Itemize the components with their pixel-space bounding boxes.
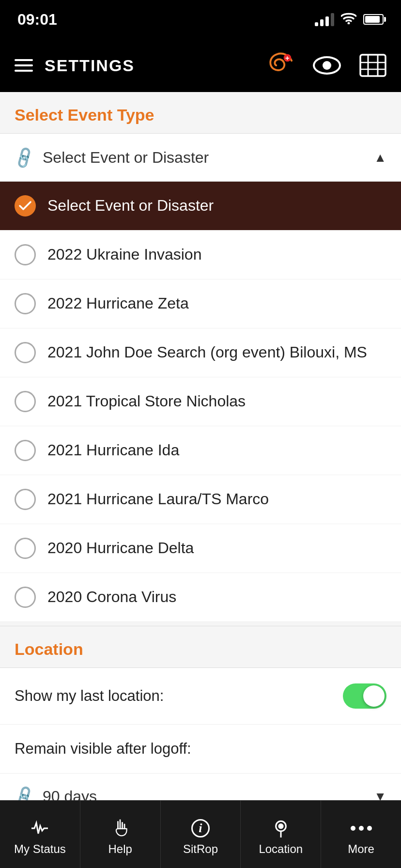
dropdown-item-nicholas[interactable]: 2021 Tropical Store Nicholas [0,377,401,426]
radio-johndoe [15,342,36,363]
nav-label-more: More [348,842,374,856]
show-last-location-row: Show my last location: [0,668,401,725]
eye-icon[interactable] [313,56,341,75]
header-icon-group: + [265,51,386,80]
event-type-section-header: Select Event Type [0,92,401,134]
battery-icon [363,14,384,25]
svg-rect-3 [360,55,386,76]
dropdown-arrow-up-icon: ▲ [374,150,386,165]
dropdown-item-corona[interactable]: 2020 Corona Virus [0,573,401,622]
nav-item-sitrop[interactable]: i SitRop [161,801,241,868]
nav-item-location[interactable]: Location [241,801,321,868]
dropdown-item-zeta[interactable]: 2022 Hurricane Zeta [0,279,401,328]
nav-item-more[interactable]: More [321,801,401,868]
dropdown-item-laura[interactable]: 2021 Hurricane Laura/TS Marco [0,475,401,524]
dropdown-item-delta[interactable]: 2020 Hurricane Delta [0,524,401,573]
radio-delta [15,538,36,559]
item-label-corona: 2020 Corona Virus [47,587,176,607]
item-label-zeta: 2022 Hurricane Zeta [47,294,189,314]
location-section: Location Show my last location: Remain v… [0,626,401,820]
checkmark-icon [15,195,36,217]
svg-text:+: + [285,54,290,62]
signal-icon [315,13,334,26]
radio-laura [15,489,36,510]
hurricane-icon[interactable]: + [265,51,294,80]
nav-label-my-status: My Status [14,842,66,856]
content-area: Select Event Type 🔗 Select Event or Disa… [0,92,401,868]
item-label-ida: 2021 Hurricane Ida [47,440,179,461]
header-title: SETTINGS [45,56,265,75]
location-title: Location [15,640,83,658]
remain-visible-row: Remain visible after logoff: [0,725,401,774]
svg-point-9 [278,824,283,828]
map-icon[interactable] [359,52,386,79]
nav-label-location: Location [259,842,303,856]
pulse-icon [31,818,49,838]
radio-corona [15,587,36,608]
event-dropdown-list: Select Event or Disaster 2022 Ukraine In… [0,182,401,622]
hand-icon [111,818,129,838]
show-last-location-toggle[interactable] [343,683,386,709]
dropdown-trigger-label: Select Event or Disaster [43,149,209,167]
radio-zeta [15,293,36,314]
dropdown-item-ukraine[interactable]: 2022 Ukraine Invasion [0,231,401,279]
item-label-johndoe: 2021 John Doe Search (org event) Bilouxi… [47,342,367,363]
event-dropdown-trigger[interactable]: 🔗 Select Event or Disaster ▲ [0,134,401,182]
item-label-ukraine: 2022 Ukraine Invasion [47,245,201,265]
wifi-icon [341,12,356,28]
location-section-header: Location [0,626,401,668]
status-time: 09:01 [17,11,57,29]
item-label-default: Select Event or Disaster [47,196,214,216]
nav-item-my-status[interactable]: My Status [0,801,80,868]
link-icon: 🔗 [11,145,37,170]
item-label-laura: 2021 Hurricane Laura/TS Marco [47,489,269,510]
svg-point-0 [348,22,350,24]
show-last-location-label: Show my last location: [15,687,164,705]
status-bar: 09:01 [0,0,401,39]
status-icons [315,12,384,28]
app-header: SETTINGS + [0,39,401,92]
nav-item-help[interactable]: Help [80,801,161,868]
dropdown-item-default[interactable]: Select Event or Disaster [0,182,401,231]
remain-visible-label: Remain visible after logoff: [15,740,191,758]
dropdown-item-ida[interactable]: 2021 Hurricane Ida [0,426,401,475]
radio-ukraine [15,244,36,265]
hamburger-menu[interactable] [15,59,33,72]
bottom-nav: My Status Help i SitRop [0,800,401,868]
nav-label-sitrop: SitRop [183,842,218,856]
more-dots-icon [351,818,372,838]
dropdown-item-johndoe[interactable]: 2021 John Doe Search (org event) Bilouxi… [0,328,401,377]
item-label-delta: 2020 Hurricane Delta [47,538,194,558]
item-label-nicholas: 2021 Tropical Store Nicholas [47,391,246,412]
event-type-title: Select Event Type [15,106,154,124]
radio-nicholas [15,391,36,412]
radio-ida [15,440,36,461]
info-icon: i [191,818,210,838]
nav-label-help: Help [108,842,132,856]
location-pin-icon [272,818,290,838]
